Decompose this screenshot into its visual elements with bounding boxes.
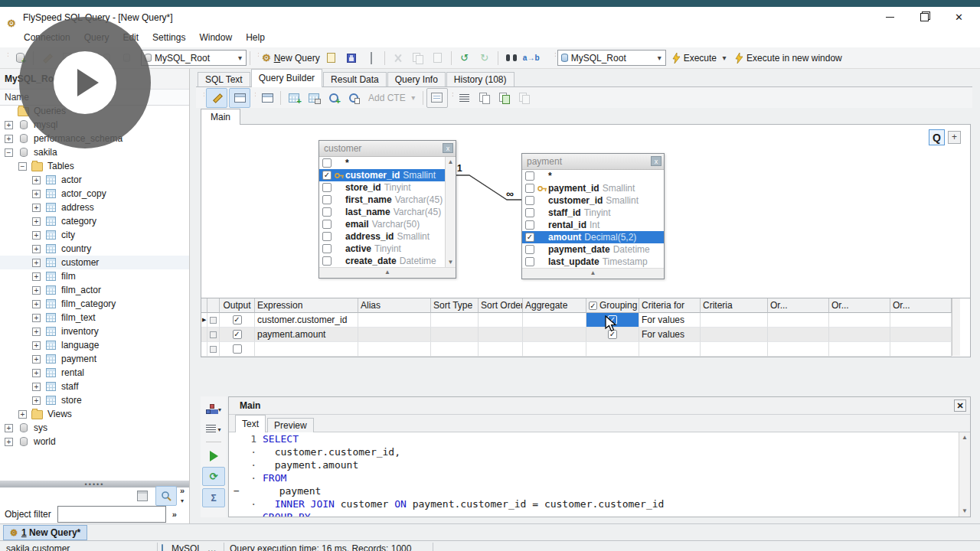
view-tab[interactable]: History (108) bbox=[446, 72, 514, 87]
object-filter-input[interactable] bbox=[57, 506, 166, 523]
tree-expander-icon[interactable]: + bbox=[5, 438, 13, 446]
field-row[interactable]: store_id Tinyint bbox=[319, 181, 445, 194]
output-checkbox[interactable] bbox=[233, 315, 242, 324]
field-checkbox[interactable] bbox=[322, 256, 332, 266]
tree-item[interactable]: + actor bbox=[0, 173, 189, 187]
tree-expander-icon[interactable]: + bbox=[32, 383, 41, 391]
sort-type-cell[interactable] bbox=[431, 328, 479, 342]
collapse-toggle-icon[interactable] bbox=[522, 268, 664, 279]
table-window-payment[interactable]: payment * bbox=[521, 153, 665, 279]
or-cell[interactable] bbox=[890, 328, 952, 342]
field-row[interactable]: * bbox=[522, 170, 664, 182]
field-row[interactable]: payment_date Datetime bbox=[522, 243, 664, 256]
filter-search-button[interactable] bbox=[155, 486, 177, 506]
chevron-down-icon[interactable] bbox=[181, 494, 184, 505]
tree-expander-icon[interactable]: + bbox=[32, 300, 41, 308]
tree-expander-icon[interactable]: + bbox=[32, 286, 41, 295]
query-properties-button[interactable] bbox=[426, 88, 448, 108]
toolbar-drag-handle[interactable] bbox=[255, 51, 259, 65]
format-options-button[interactable] bbox=[203, 419, 224, 437]
col-criteria[interactable]: Criteria bbox=[701, 298, 768, 313]
toolbar-drag-handle[interactable] bbox=[449, 91, 453, 105]
col-aggregate[interactable]: Aggregate bbox=[523, 298, 586, 313]
execute-new-window-button[interactable]: Execute in new window bbox=[733, 49, 844, 67]
field-checkbox[interactable] bbox=[322, 207, 332, 217]
replace-button[interactable] bbox=[521, 49, 541, 67]
col-alias[interactable]: Alias bbox=[358, 298, 431, 313]
tab-text[interactable]: Text bbox=[235, 415, 266, 432]
play-button-icon[interactable] bbox=[54, 51, 116, 114]
output-cell[interactable] bbox=[220, 342, 255, 357]
fold-marker-icon[interactable]: − bbox=[229, 484, 267, 497]
row-expand-cell[interactable] bbox=[207, 313, 220, 328]
output-checkbox[interactable] bbox=[233, 330, 242, 339]
grouping-cell[interactable] bbox=[586, 342, 639, 357]
col-or-1[interactable]: Or... bbox=[768, 298, 829, 313]
alias-cell[interactable] bbox=[358, 342, 431, 357]
filter-options-chevron-icon[interactable] bbox=[172, 510, 177, 518]
col-sort-type[interactable]: Sort Type bbox=[431, 298, 479, 313]
grid-scrollbar[interactable] bbox=[952, 298, 960, 356]
auto-refresh-toggle[interactable] bbox=[202, 467, 225, 486]
sql-editor[interactable]: 1SELECT · customer.customer_id, · paymen… bbox=[229, 432, 959, 517]
field-checkbox[interactable] bbox=[322, 183, 332, 192]
output-cell[interactable] bbox=[220, 328, 255, 342]
tree-expander-icon[interactable]: + bbox=[32, 341, 41, 350]
field-row[interactable]: customer_id Smallint bbox=[319, 169, 445, 181]
field-row[interactable]: last_update Timestamp bbox=[522, 256, 664, 268]
or-cell[interactable] bbox=[829, 328, 890, 342]
toolbar-drag-handle[interactable] bbox=[552, 51, 556, 65]
close-icon[interactable] bbox=[443, 143, 453, 153]
table-window-titlebar[interactable]: payment bbox=[522, 154, 664, 170]
expression-cell[interactable]: payment.amount bbox=[255, 328, 358, 342]
field-checkbox[interactable] bbox=[525, 208, 534, 217]
criteria-cell[interactable] bbox=[701, 342, 768, 357]
row-expand-cell[interactable] bbox=[207, 342, 220, 357]
tree-item[interactable]: + film_actor bbox=[0, 283, 189, 297]
collapse-toggle-icon[interactable] bbox=[319, 267, 456, 278]
view-tab[interactable]: Query Info bbox=[387, 72, 446, 87]
titlebar[interactable]: FlySpeed SQL Query - [New Query*] bbox=[0, 7, 980, 28]
view-tab[interactable]: Result Data bbox=[323, 72, 387, 87]
field-row[interactable]: * bbox=[319, 157, 445, 169]
add-cte-button[interactable]: Add CTE bbox=[367, 89, 420, 107]
field-row[interactable]: amount Decimal(5,2) bbox=[522, 231, 664, 243]
tree-item[interactable]: + customer bbox=[0, 256, 189, 269]
tree-item[interactable]: + inventory bbox=[0, 324, 189, 338]
expand-box-icon[interactable] bbox=[210, 331, 217, 338]
tree-item[interactable]: + store bbox=[0, 393, 189, 407]
menu-item[interactable]: Help bbox=[239, 28, 272, 47]
connection-select[interactable]: MySQL_Root bbox=[141, 50, 247, 66]
tree-item[interactable]: + staff bbox=[0, 380, 189, 393]
field-checkbox[interactable] bbox=[322, 195, 332, 204]
aggregate-cell[interactable] bbox=[523, 342, 586, 357]
menu-item[interactable]: Settings bbox=[145, 28, 192, 47]
video-play-overlay[interactable] bbox=[19, 17, 151, 148]
outline-button[interactable] bbox=[455, 89, 475, 107]
tree-expander-icon[interactable]: + bbox=[32, 314, 41, 322]
scroll-down-icon[interactable] bbox=[446, 257, 456, 267]
tree-item[interactable]: + rental bbox=[0, 366, 189, 380]
overflow-chevron-icon[interactable] bbox=[180, 487, 185, 494]
tree-expander-icon[interactable]: + bbox=[32, 369, 41, 377]
alias-cell[interactable] bbox=[358, 313, 431, 328]
view-tab[interactable]: Query Builder bbox=[251, 69, 322, 87]
cut-button[interactable] bbox=[388, 49, 408, 67]
field-row[interactable]: payment_id Smallint bbox=[522, 182, 664, 194]
or-cell[interactable] bbox=[890, 342, 952, 357]
field-row[interactable]: active Tinyint bbox=[319, 243, 445, 255]
execute-button[interactable]: Execute bbox=[671, 49, 730, 67]
tree-item[interactable]: − Tables bbox=[0, 159, 189, 173]
close-icon[interactable] bbox=[651, 156, 662, 166]
query-tab-new-query[interactable]: 1 New Query* bbox=[3, 525, 87, 540]
add-derived-table-button[interactable] bbox=[304, 89, 324, 107]
save-query-button[interactable] bbox=[341, 49, 361, 67]
redo-button[interactable] bbox=[475, 49, 495, 67]
col-sort-order[interactable]: Sort Order bbox=[479, 298, 523, 313]
toolbar-drag-handle[interactable] bbox=[5, 51, 8, 65]
save-as-button[interactable] bbox=[361, 49, 381, 67]
output-checkbox[interactable] bbox=[233, 344, 242, 354]
expression-cell[interactable]: customer.customer_id bbox=[255, 313, 358, 328]
show-totals-toggle[interactable] bbox=[202, 488, 225, 507]
chevron-down-icon[interactable] bbox=[234, 51, 246, 65]
